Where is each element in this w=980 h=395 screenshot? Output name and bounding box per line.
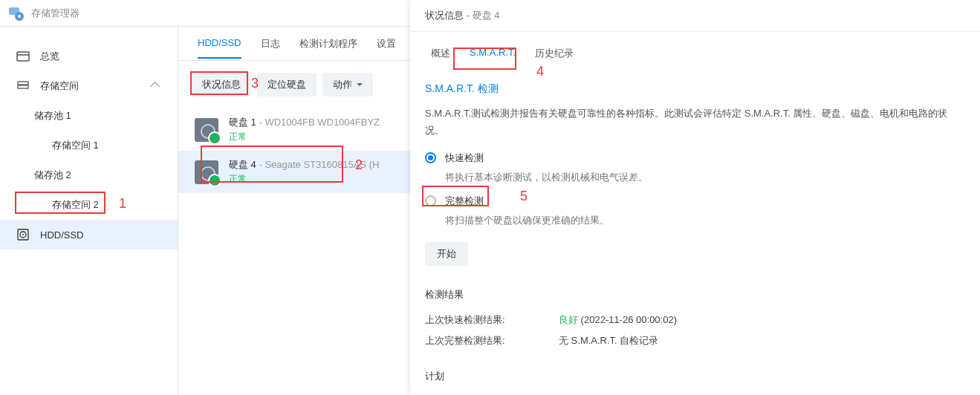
radio-quick-test[interactable]: 快速检测 xyxy=(425,151,965,165)
sidebar-label: 存储空间 1 xyxy=(52,139,99,152)
result-full: 上次完整检测结果: 无 S.M.A.R.T. 自检记录 xyxy=(425,334,965,347)
tab-log[interactable]: 日志 xyxy=(261,28,280,59)
tab-schedule[interactable]: 检测计划程序 xyxy=(299,28,357,59)
sidebar-item-storage[interactable]: 存储空间 xyxy=(0,71,178,101)
storage-icon xyxy=(16,79,30,93)
panel-header: 状况信息 - 硬盘 4 xyxy=(410,0,980,32)
radio-full-test[interactable]: 完整检测 xyxy=(425,195,965,208)
annot-2: 2 xyxy=(355,157,363,173)
result-value: 无 S.M.A.R.T. 自检记录 xyxy=(559,334,658,347)
disk-icon xyxy=(195,160,218,184)
section-desc: S.M.A.R.T.测试检测并报告有关硬盘可靠性的各种指标。此测试会评估特定 S… xyxy=(425,105,965,140)
disk-model: - WD1004FB WD1004FBYZ xyxy=(259,117,380,128)
tab-settings[interactable]: 设置 xyxy=(377,28,396,59)
annot-3: 3 xyxy=(251,76,259,91)
sidebar-item-pool2[interactable]: 储存池 2 xyxy=(0,160,178,190)
locate-drive-button[interactable]: 定位硬盘 xyxy=(257,73,317,97)
tab-hdd-ssd[interactable]: HDD/SSD xyxy=(198,28,241,59)
annot-4: 4 xyxy=(536,64,544,79)
disk-name: 硬盘 4 xyxy=(229,159,256,170)
result-label: 上次快速检测结果: xyxy=(425,313,559,327)
panel-tab-smart[interactable]: S.M.A.R.T. xyxy=(464,42,522,68)
sidebar-label: 存储空间 xyxy=(40,79,79,93)
radio-icon xyxy=(425,152,436,163)
result-time: 2022-11-26 00:00:02 xyxy=(584,314,674,325)
health-info-button[interactable]: 状况信息 xyxy=(192,73,251,97)
radio-desc: 将执行基本诊断测试，以检测机械和电气误差。 xyxy=(445,171,965,184)
svg-rect-3 xyxy=(17,52,29,61)
svg-point-2 xyxy=(18,15,21,18)
sidebar-item-vol2[interactable]: 存储空间 2 xyxy=(0,190,178,220)
plan-title: 计划 xyxy=(425,370,965,383)
storage-manager-icon xyxy=(7,4,25,22)
panel-title: 状况信息 xyxy=(425,10,464,21)
overview-icon xyxy=(16,50,30,63)
health-info-panel: 状况信息 - 硬盘 4 概述 S.M.A.R.T. 历史纪录 S.M.A.R.T… xyxy=(410,0,980,395)
disk-icon xyxy=(195,118,218,142)
sidebar-label: 总览 xyxy=(40,50,59,63)
sidebar-item-vol1[interactable]: 存储空间 1 xyxy=(0,131,178,160)
disk-status: 正常 xyxy=(229,173,379,186)
disk-name: 硬盘 1 xyxy=(229,117,256,128)
radio-desc: 将扫描整个硬盘以确保更准确的结果。 xyxy=(445,214,965,227)
svg-rect-5 xyxy=(18,82,28,85)
sidebar: 总览 存储空间 储存池 1 存储空间 1 储存池 2 存储空间 2 HDD/SS… xyxy=(0,27,178,395)
result-good: 良好 xyxy=(559,314,578,325)
sidebar-item-overview[interactable]: 总览 xyxy=(0,42,178,71)
panel-subtitle: 硬盘 4 xyxy=(473,10,500,21)
panel-tab-overview[interactable]: 概述 xyxy=(425,42,456,68)
sidebar-label: 存储空间 2 xyxy=(52,198,99,212)
radio-icon xyxy=(425,195,436,206)
section-title: S.M.A.R.T. 检测 xyxy=(425,82,965,96)
sidebar-label: 储存池 1 xyxy=(34,109,71,123)
sidebar-label: 储存池 2 xyxy=(34,169,71,182)
annot-1: 1 xyxy=(119,196,126,212)
result-quick: 上次快速检测结果: 良好 (2022-11-26 00:00:02) xyxy=(425,313,965,327)
start-button[interactable]: 开始 xyxy=(425,242,468,266)
action-button[interactable]: 动作 xyxy=(322,73,373,97)
app-title: 存储管理器 xyxy=(31,7,79,20)
disk-status: 正常 xyxy=(229,131,380,143)
result-label: 上次完整检测结果: xyxy=(425,334,559,347)
radio-label: 完整检测 xyxy=(445,195,484,208)
annot-5: 5 xyxy=(520,189,528,204)
hdd-icon xyxy=(16,228,30,241)
results-title: 检测结果 xyxy=(425,288,965,301)
sidebar-item-pool1[interactable]: 储存池 1 xyxy=(0,101,178,131)
panel-tabs: 概述 S.M.A.R.T. 历史纪录 xyxy=(410,32,980,68)
sidebar-label: HDD/SSD xyxy=(40,229,84,241)
sidebar-item-hdd-ssd[interactable]: HDD/SSD xyxy=(0,220,178,249)
svg-point-9 xyxy=(22,234,24,235)
svg-rect-6 xyxy=(18,85,28,88)
radio-label: 快速检测 xyxy=(445,151,484,165)
